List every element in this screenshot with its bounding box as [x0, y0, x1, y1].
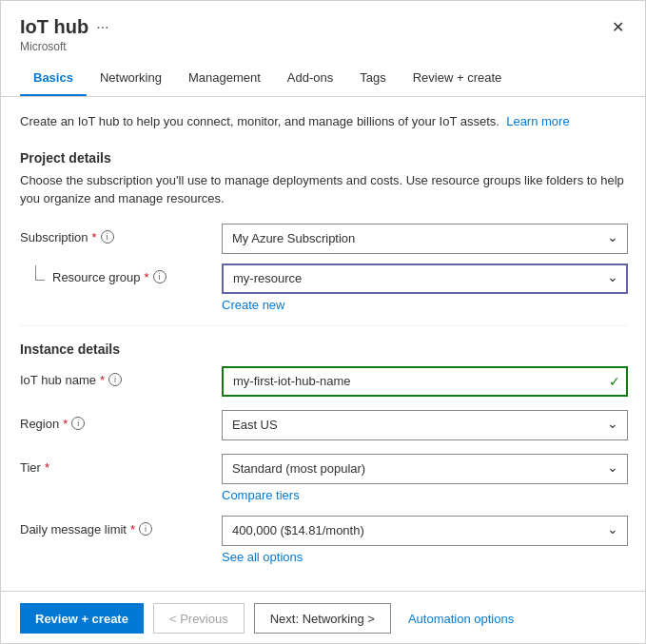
- region-label: Region * i: [20, 410, 210, 431]
- tier-required: *: [45, 460, 49, 475]
- tabs-bar: Basics Networking Management Add-ons Tag…: [1, 61, 646, 97]
- tab-management[interactable]: Management: [175, 61, 274, 96]
- subscription-select-wrapper: My Azure Subscription: [222, 224, 628, 254]
- subscription-row: Subscription * i My Azure Subscription: [20, 224, 628, 254]
- next-networking-button[interactable]: Next: Networking >: [254, 603, 391, 634]
- subscription-info-icon[interactable]: i: [101, 230, 114, 244]
- subscription-control: My Azure Subscription: [222, 224, 628, 254]
- subscription-select[interactable]: My Azure Subscription: [222, 224, 628, 254]
- title-main: IoT hub ···: [20, 16, 608, 38]
- resource-group-control: my-resource Create new: [222, 263, 628, 312]
- daily-message-control: 400,000 ($14.81/month) See all options: [222, 516, 628, 564]
- ellipsis-menu[interactable]: ···: [96, 19, 108, 36]
- resource-group-info-icon[interactable]: i: [153, 270, 166, 283]
- resource-group-required: *: [145, 270, 149, 284]
- daily-message-row: Daily message limit * i 400,000 ($14.81/…: [20, 516, 628, 564]
- region-select-wrapper: East US: [222, 410, 628, 440]
- tab-networking[interactable]: Networking: [87, 61, 175, 96]
- daily-message-required: *: [130, 522, 135, 537]
- valid-checkmark-icon: ✓: [609, 374, 620, 389]
- project-details-desc: Choose the subscription you'll use to ma…: [20, 171, 628, 208]
- region-select[interactable]: East US: [222, 410, 628, 440]
- tab-basics[interactable]: Basics: [20, 61, 87, 96]
- daily-message-info-icon[interactable]: i: [139, 522, 152, 536]
- daily-message-label: Daily message limit * i: [20, 516, 210, 537]
- iot-hub-name-control: ✓: [222, 366, 628, 397]
- iot-hub-name-required: *: [100, 373, 105, 387]
- compare-tiers-link[interactable]: Compare tiers: [222, 488, 628, 502]
- subscription-label: Subscription * i: [20, 224, 210, 244]
- iot-hub-dialog: IoT hub ··· Microsoft ✕ Basics Networkin…: [1, 1, 646, 644]
- tier-select-wrapper: Standard (most popular): [222, 454, 628, 484]
- iot-hub-name-input-wrapper: ✓: [222, 366, 628, 397]
- region-control: East US: [222, 410, 628, 440]
- resource-group-row: Resource group * i my-resource Create ne…: [20, 263, 628, 312]
- page-description: Create an IoT hub to help you connect, m…: [20, 112, 628, 131]
- tab-addons[interactable]: Add-ons: [274, 61, 346, 96]
- tab-review[interactable]: Review + create: [400, 61, 516, 96]
- resource-group-label: Resource group * i: [20, 263, 210, 284]
- resource-group-select-wrapper: my-resource: [222, 263, 628, 294]
- close-button[interactable]: ✕: [608, 16, 628, 39]
- previous-button[interactable]: < Previous: [153, 603, 245, 634]
- instance-details-title: Instance details: [20, 342, 628, 357]
- automation-options-button[interactable]: Automation options: [401, 606, 521, 632]
- dialog-subtitle: Microsoft: [20, 40, 608, 53]
- title-bar: IoT hub ··· Microsoft ✕: [1, 1, 646, 61]
- dialog-title: IoT hub: [20, 16, 88, 38]
- learn-more-link[interactable]: Learn more: [506, 114, 569, 128]
- iot-hub-name-info-icon[interactable]: i: [108, 373, 122, 386]
- resource-group-select[interactable]: my-resource: [222, 263, 628, 294]
- region-info-icon[interactable]: i: [71, 417, 85, 430]
- daily-message-select[interactable]: 400,000 ($14.81/month): [222, 516, 628, 546]
- see-all-options-link[interactable]: See all options: [222, 550, 628, 564]
- region-required: *: [63, 417, 68, 431]
- project-details-section: Project details Choose the subscription …: [20, 150, 628, 312]
- daily-message-select-wrapper: 400,000 ($14.81/month): [222, 516, 628, 546]
- iot-hub-name-row: IoT hub name * i ✓: [20, 366, 628, 397]
- instance-details-section: Instance details IoT hub name * i ✓: [20, 342, 628, 564]
- tier-control: Standard (most popular) Compare tiers: [222, 454, 628, 502]
- create-new-link[interactable]: Create new: [222, 298, 628, 312]
- region-row: Region * i East US: [20, 410, 628, 440]
- tab-tags[interactable]: Tags: [346, 61, 399, 96]
- title-content: IoT hub ··· Microsoft: [20, 16, 608, 53]
- review-create-button[interactable]: Review + create: [20, 603, 144, 634]
- content-area: Create an IoT hub to help you connect, m…: [1, 97, 646, 591]
- footer-bar: Review + create < Previous Next: Network…: [1, 591, 646, 644]
- section-divider-1: [20, 325, 628, 326]
- tier-select[interactable]: Standard (most popular): [222, 454, 628, 484]
- iot-hub-name-label: IoT hub name * i: [20, 366, 210, 387]
- iot-hub-name-input[interactable]: [222, 366, 628, 397]
- subscription-required: *: [92, 230, 97, 244]
- tier-label: Tier *: [20, 454, 210, 475]
- tier-row: Tier * Standard (most popular) Compare t…: [20, 454, 628, 502]
- project-details-title: Project details: [20, 150, 628, 166]
